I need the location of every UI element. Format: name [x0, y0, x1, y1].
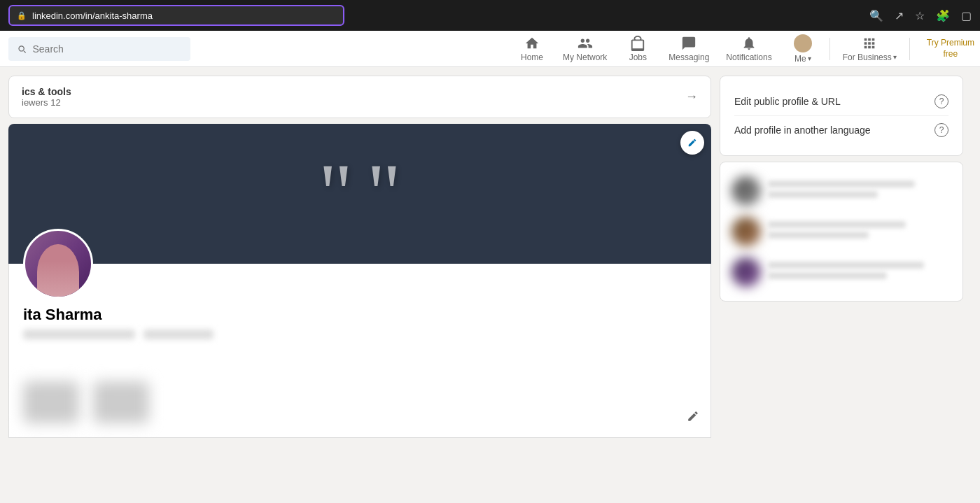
nav-me-label: Me ▾: [794, 54, 811, 64]
right-sidebar: Edit public profile & URL ? Add profile …: [720, 67, 972, 438]
nav-jobs[interactable]: Jobs: [617, 36, 659, 62]
profile-links-card: Edit public profile & URL ? Add profile …: [720, 76, 963, 156]
try-premium-link[interactable]: Try Premium free: [921, 38, 980, 59]
linkedin-navbar: Home My Network Jobs Messaging: [0, 31, 980, 67]
pencil-icon: [687, 138, 697, 148]
main-content: ics & tools iewers 12 → " ": [0, 67, 980, 438]
jobs-icon: [630, 36, 645, 51]
nav-messaging[interactable]: Messaging: [662, 36, 716, 62]
edit-profile-help-icon[interactable]: ?: [934, 94, 948, 108]
profile-connections-blurred: [23, 381, 696, 423]
share-icon[interactable]: ↗: [895, 9, 904, 22]
person-info-3: [768, 262, 951, 283]
me-avatar: [794, 34, 812, 52]
analytics-card[interactable]: ics & tools iewers 12 →: [8, 76, 711, 118]
add-language-label: Add profile in another language: [734, 125, 871, 136]
person-item-2: [732, 211, 951, 252]
profile-name: ita Sharma: [23, 306, 696, 324]
lock-icon: 🔒: [17, 11, 27, 20]
bookmark-icon[interactable]: ☆: [915, 9, 925, 22]
person-name-line-1: [768, 180, 915, 187]
nav-home-label: Home: [521, 52, 543, 62]
person-info-2: [768, 221, 951, 242]
nav-my-network-label: My Network: [563, 52, 607, 62]
analytics-subtitle: iewers 12: [22, 97, 71, 108]
nav-my-network[interactable]: My Network: [556, 36, 614, 62]
edit-pencil-icon: [687, 410, 699, 423]
analytics-title: ics & tools: [22, 86, 71, 97]
analytics-arrow-icon: →: [685, 90, 698, 104]
analytics-text: ics & tools iewers 12: [22, 86, 71, 108]
person-item-3: [732, 252, 951, 292]
nav-notifications[interactable]: Notifications: [719, 36, 778, 62]
search-container[interactable]: [8, 37, 190, 61]
person-name-line-3: [768, 262, 924, 269]
add-language-help-icon[interactable]: ?: [934, 123, 948, 137]
edit-cover-button[interactable]: [680, 131, 704, 155]
edit-public-profile-label: Edit public profile & URL: [734, 96, 841, 107]
cover-photo: " ": [8, 124, 711, 264]
profile-subtitle-blurred: [23, 330, 696, 339]
people-suggestions-card: [720, 162, 963, 302]
add-language-item[interactable]: Add profile in another language ?: [734, 116, 948, 144]
url-text: linkedin.com/in/ankita-sharma: [32, 10, 153, 21]
person-avatar-2: [732, 217, 761, 246]
messaging-icon: [681, 36, 696, 51]
cover-area: " " ita Sharma: [8, 124, 711, 438]
profile-main: ics & tools iewers 12 → " ": [8, 67, 720, 438]
nav-for-business-label: For Business ▾: [843, 52, 897, 62]
edit-profile-section-button[interactable]: [687, 410, 699, 426]
nav-me[interactable]: Me ▾: [782, 34, 824, 64]
edit-public-profile-item[interactable]: Edit public profile & URL ?: [734, 87, 948, 116]
subtitle-line-1: [23, 330, 135, 339]
person-avatar-3: [732, 257, 761, 287]
nav-notifications-label: Notifications: [726, 52, 771, 62]
notifications-icon: [741, 36, 757, 51]
browser-chrome: 🔒 linkedin.com/in/ankita-sharma 🔍 ↗ ☆ 🧩 …: [0, 0, 980, 31]
my-network-icon: [578, 36, 593, 51]
person-title-line-3: [768, 272, 887, 279]
browser-toolbar: 🔍 ↗ ☆ 🧩 ▢: [869, 9, 972, 22]
connection-card-1: [23, 381, 79, 423]
cover-quote-decoration: " ": [318, 160, 401, 227]
search-input[interactable]: [32, 43, 182, 55]
person-title-line-1: [768, 191, 878, 198]
search-icon: [17, 43, 27, 55]
nav-items: Home My Network Jobs Messaging: [511, 34, 980, 64]
quote-mark-right: ": [367, 160, 401, 227]
person-name-line-2: [768, 221, 906, 228]
profile-section: ita Sharma: [8, 264, 711, 438]
address-bar[interactable]: 🔒 linkedin.com/in/ankita-sharma: [8, 5, 344, 26]
nav-divider-1: [830, 38, 830, 60]
for-business-icon: [862, 36, 877, 51]
nav-divider-2: [909, 38, 910, 60]
nav-jobs-label: Jobs: [629, 52, 647, 62]
nav-messaging-label: Messaging: [668, 52, 709, 62]
try-premium-sub: free: [944, 49, 958, 59]
person-avatar-1: [732, 176, 761, 206]
zoom-icon[interactable]: 🔍: [869, 9, 883, 22]
person-info-1: [768, 180, 951, 201]
extensions-icon[interactable]: 🧩: [936, 9, 950, 22]
sidebar-toggle-icon[interactable]: ▢: [961, 9, 972, 22]
person-item-1: [732, 171, 951, 211]
try-premium-text: Try Premium: [927, 38, 974, 48]
subtitle-line-2: [144, 330, 214, 339]
person-title-line-2: [768, 232, 869, 239]
profile-avatar: [23, 229, 93, 299]
home-icon: [524, 36, 540, 51]
nav-home[interactable]: Home: [511, 36, 553, 62]
nav-for-business[interactable]: For Business ▾: [836, 36, 904, 62]
connection-card-2: [93, 381, 149, 423]
quote-mark-left: ": [318, 160, 353, 227]
avatar-figure: [37, 244, 79, 299]
